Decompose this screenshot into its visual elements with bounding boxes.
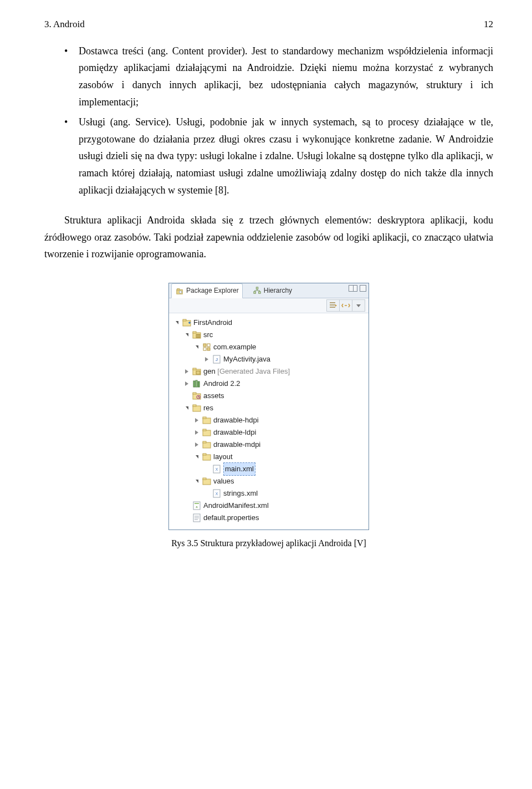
svg-rect-22 bbox=[198, 381, 200, 387]
library-icon bbox=[192, 379, 201, 388]
collapse-all-button[interactable] bbox=[326, 299, 340, 312]
svg-rect-21 bbox=[196, 380, 197, 387]
folder-icon bbox=[202, 416, 211, 425]
tree-label: assets bbox=[203, 390, 224, 402]
page: 3. Android 12 Dostawca treści (ang. Cont… bbox=[0, 0, 532, 789]
tree-label-selected: main.xml bbox=[223, 462, 255, 476]
tree-src[interactable]: src bbox=[171, 329, 366, 341]
folder-icon bbox=[202, 452, 211, 461]
tree-default-properties[interactable]: default.properties bbox=[171, 512, 366, 524]
panel-tabs: Package Explorer Hierarchy bbox=[169, 283, 369, 298]
package-explorer-panel: Package Explorer Hierarchy bbox=[168, 283, 369, 530]
panel-toolbar bbox=[169, 298, 369, 313]
folder-icon bbox=[202, 477, 211, 486]
chevron-right-icon bbox=[195, 430, 198, 435]
package-explorer-icon bbox=[175, 287, 184, 296]
tree-manifest[interactable]: a AndroidManifest.xml bbox=[171, 500, 366, 512]
tree-label: src bbox=[203, 329, 213, 341]
tab-hierarchy[interactable]: Hierarchy bbox=[249, 284, 295, 297]
svg-point-2 bbox=[180, 291, 182, 293]
chevron-right-icon bbox=[205, 357, 208, 362]
tab-label: Package Explorer bbox=[186, 285, 239, 296]
project-icon bbox=[182, 318, 191, 327]
xml-file-icon: X bbox=[212, 489, 221, 498]
tree-label: res bbox=[203, 402, 213, 414]
tree-drawable-mdpi[interactable]: drawable-mdpi bbox=[171, 439, 366, 451]
svg-rect-27 bbox=[193, 405, 196, 406]
tree-label: layout bbox=[213, 451, 233, 463]
svg-text:X: X bbox=[216, 492, 218, 496]
svg-rect-18 bbox=[193, 368, 196, 370]
tree-res[interactable]: res bbox=[171, 402, 366, 414]
svg-rect-3 bbox=[256, 287, 258, 289]
chevron-down-icon bbox=[196, 455, 198, 459]
java-file-icon: J bbox=[212, 355, 221, 364]
chevron-down-icon bbox=[186, 333, 188, 337]
tree-label: MyActivity.java bbox=[223, 353, 270, 365]
svg-rect-39 bbox=[203, 478, 206, 480]
body-paragraph: Struktura aplikacji Androida składa się … bbox=[44, 212, 493, 263]
properties-file-icon bbox=[192, 513, 201, 522]
svg-text:J: J bbox=[216, 357, 218, 362]
svg-rect-19 bbox=[196, 371, 200, 374]
tree-drawable-hdpi[interactable]: drawable-hdpi bbox=[171, 414, 366, 426]
minimize-icon[interactable] bbox=[349, 285, 357, 292]
tree-label: drawable-ldpi bbox=[213, 426, 256, 439]
tree-label: drawable-mdpi bbox=[213, 439, 260, 451]
project-tree: FirstAndroid src com.example bbox=[169, 313, 369, 530]
bullet-list: Dostawca treści (ang. Content provider).… bbox=[44, 43, 493, 198]
chevron-down-icon bbox=[186, 406, 188, 410]
svg-rect-43 bbox=[195, 503, 199, 504]
tree-values[interactable]: values bbox=[171, 475, 366, 487]
chevron-right-icon bbox=[195, 442, 198, 447]
tree-label: gen [Generated Java Files] bbox=[203, 365, 290, 378]
xml-file-icon: X bbox=[212, 465, 221, 474]
tab-label: Hierarchy bbox=[264, 285, 292, 296]
link-with-editor-button[interactable] bbox=[340, 299, 352, 312]
figure-caption: Rys 3.5 Struktura przykładowej aplikacji… bbox=[171, 536, 366, 551]
svg-rect-14 bbox=[207, 348, 210, 350]
panel-minmax-controls bbox=[349, 285, 366, 292]
svg-text:X: X bbox=[216, 467, 218, 471]
svg-rect-35 bbox=[203, 454, 206, 455]
bullet-item: Usługi (ang. Service). Usługi, podobnie … bbox=[64, 114, 493, 198]
tree-layout[interactable]: layout bbox=[171, 451, 366, 463]
page-header: 3. Android 12 bbox=[44, 17, 493, 33]
svg-rect-5 bbox=[258, 292, 260, 294]
tree-project[interactable]: FirstAndroid bbox=[171, 317, 366, 329]
tree-assets[interactable]: assets bbox=[171, 390, 366, 402]
manifest-icon: a bbox=[192, 501, 201, 510]
tab-package-explorer[interactable]: Package Explorer bbox=[171, 283, 243, 298]
tree-package[interactable]: com.example bbox=[171, 341, 366, 353]
maximize-icon[interactable] bbox=[360, 285, 366, 292]
svg-rect-11 bbox=[203, 344, 206, 347]
tree-java-file[interactable]: J MyActivity.java bbox=[171, 353, 366, 365]
tree-label: drawable-hdpi bbox=[213, 414, 259, 426]
chevron-right-icon bbox=[185, 381, 188, 386]
tree-android-lib[interactable]: Android 2.2 bbox=[171, 378, 366, 390]
chevron-down-icon bbox=[196, 480, 198, 483]
tree-label: FirstAndroid bbox=[193, 317, 232, 329]
figure: Package Explorer Hierarchy bbox=[44, 283, 493, 551]
tree-label: default.properties bbox=[203, 512, 259, 524]
tree-label: values bbox=[213, 475, 234, 487]
tree-label: com.example bbox=[213, 341, 256, 353]
chevron-down-icon bbox=[196, 345, 198, 349]
tree-label: AndroidManifest.xml bbox=[203, 500, 269, 512]
tree-strings-xml[interactable]: X strings.xml bbox=[171, 487, 366, 500]
view-menu-button[interactable] bbox=[352, 299, 365, 312]
chevron-right-icon bbox=[185, 369, 188, 374]
tree-label: Android 2.2 bbox=[203, 378, 241, 390]
package-icon bbox=[202, 343, 211, 352]
section-title: 3. Android bbox=[44, 17, 85, 33]
svg-rect-20 bbox=[193, 381, 195, 387]
tree-main-xml[interactable]: X main.xml bbox=[171, 463, 366, 475]
folder-icon bbox=[192, 391, 201, 400]
svg-rect-7 bbox=[183, 319, 186, 321]
hierarchy-icon bbox=[253, 286, 262, 295]
chevron-right-icon bbox=[195, 418, 198, 423]
tree-gen[interactable]: gen [Generated Java Files] bbox=[171, 365, 366, 378]
svg-rect-1 bbox=[177, 288, 180, 290]
tree-drawable-ldpi[interactable]: drawable-ldpi bbox=[171, 426, 366, 439]
svg-rect-31 bbox=[203, 429, 206, 431]
